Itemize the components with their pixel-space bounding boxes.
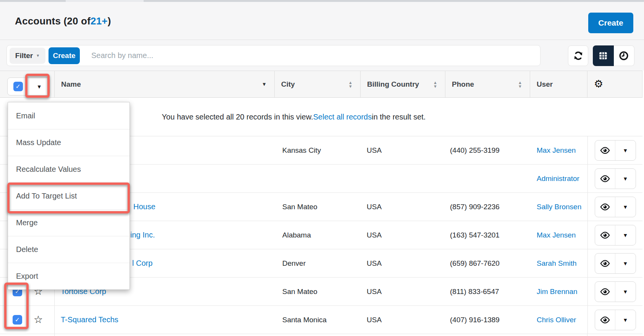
menu-item-merge[interactable]: Merge bbox=[8, 209, 129, 236]
filter-dropdown-button[interactable]: Filter ▼ bbox=[10, 48, 45, 64]
phone-cell: (857) 909-2236 bbox=[445, 193, 530, 221]
user-cell: Jim Brennan bbox=[530, 278, 587, 305]
row-dropdown-button[interactable]: ▼ bbox=[615, 141, 636, 160]
user-link[interactable]: Jim Brennan bbox=[537, 288, 578, 296]
row-dropdown-button[interactable]: ▼ bbox=[615, 282, 636, 302]
column-label-user: User bbox=[537, 80, 553, 89]
eye-icon bbox=[600, 173, 610, 184]
preview-button[interactable] bbox=[595, 310, 615, 330]
column-label-billing-country: Billing Country bbox=[367, 80, 419, 89]
account-name-link[interactable]: T-Squared Techs bbox=[61, 315, 118, 324]
menu-item-export[interactable]: Export bbox=[8, 263, 129, 289]
menu-item-delete[interactable]: Delete bbox=[8, 236, 129, 263]
row-select-cell: ✓ ☆ bbox=[0, 306, 55, 334]
account-name-link[interactable]: House bbox=[133, 202, 155, 211]
table-row: ✓ ☆ T-Squared Techs Santa Monica USA (40… bbox=[0, 306, 642, 334]
select-all-checkbox[interactable]: ✓ bbox=[8, 78, 29, 95]
column-header-city[interactable]: City ▲▼ bbox=[275, 71, 361, 97]
sort-arrows-icon[interactable]: ▲▼ bbox=[433, 81, 437, 88]
user-link[interactable]: Sally Bronsen bbox=[537, 203, 581, 211]
mass-actions-dropdown-button[interactable]: ▼ bbox=[29, 78, 50, 95]
sort-caret-icon[interactable]: ▼ bbox=[262, 81, 267, 87]
city-cell: San Mateo bbox=[275, 193, 361, 221]
title-suffix: ) bbox=[108, 15, 111, 27]
chevron-down-icon: ▼ bbox=[623, 176, 628, 182]
title-count-link[interactable]: 21+ bbox=[91, 15, 108, 27]
chevron-down-icon: ▼ bbox=[623, 317, 628, 323]
preview-button[interactable] bbox=[595, 254, 615, 273]
row-dropdown-button[interactable]: ▼ bbox=[615, 254, 636, 273]
phone-cell: (407) 916-1389 bbox=[445, 306, 530, 334]
phone-cell: (163) 547-3201 bbox=[445, 221, 530, 249]
billing-country-cell: USA bbox=[361, 193, 445, 221]
preview-button[interactable] bbox=[595, 282, 615, 302]
column-settings-cell: ⚙ bbox=[587, 71, 642, 97]
chevron-down-icon: ▼ bbox=[623, 232, 628, 238]
menu-item-recalculate-values[interactable]: Recalculate Values bbox=[8, 156, 129, 183]
timeline-view-toggle[interactable] bbox=[614, 45, 635, 66]
mass-actions-menu: Email Mass Update Recalculate Values Add… bbox=[8, 102, 130, 290]
column-label-name: Name bbox=[61, 80, 81, 89]
row-dropdown-button[interactable]: ▼ bbox=[615, 197, 636, 217]
list-view-toggle[interactable] bbox=[593, 45, 614, 66]
row-checkbox[interactable]: ✓ bbox=[13, 315, 22, 325]
refresh-button[interactable] bbox=[568, 45, 588, 66]
account-name-link[interactable]: l Corp bbox=[132, 259, 152, 268]
column-header-phone[interactable]: Phone ▲▼ bbox=[445, 71, 530, 97]
row-dropdown-button[interactable]: ▼ bbox=[615, 225, 636, 245]
menu-item-add-to-target-list[interactable]: Add To Target List bbox=[8, 183, 129, 209]
user-link[interactable]: Max Jensen bbox=[537, 146, 576, 155]
column-header-name[interactable]: Name ▼ bbox=[55, 71, 275, 97]
toolbar: Filter ▼ Create bbox=[0, 40, 644, 71]
user-link[interactable]: Chris Olliver bbox=[537, 316, 576, 324]
menu-item-mass-update[interactable]: Mass Update bbox=[8, 129, 129, 156]
eye-icon bbox=[600, 286, 610, 297]
billing-country-cell: USA bbox=[361, 136, 445, 164]
user-link[interactable]: Max Jensen bbox=[537, 231, 576, 239]
row-dropdown-button[interactable]: ▼ bbox=[615, 169, 636, 189]
phone-cell bbox=[445, 165, 530, 192]
row-actions-cell: ▼ bbox=[587, 249, 642, 277]
billing-country-cell: USA bbox=[361, 249, 445, 277]
user-link[interactable]: Sarah Smith bbox=[537, 259, 577, 268]
page-title: Accounts (20 of 21+) bbox=[15, 2, 111, 40]
column-header-billing-country[interactable]: Billing Country ▲▼ bbox=[361, 71, 445, 97]
account-name-link[interactable]: ing Inc. bbox=[130, 231, 155, 239]
row-actions-cell: ▼ bbox=[587, 136, 642, 164]
menu-item-email[interactable]: Email bbox=[8, 102, 129, 129]
select-all-records-link[interactable]: Select all records bbox=[313, 113, 372, 121]
user-cell: Sally Bronsen bbox=[530, 193, 587, 221]
create-filter-button[interactable]: Create bbox=[49, 47, 80, 64]
billing-country-cell bbox=[361, 165, 445, 192]
city-cell: Kansas City bbox=[275, 136, 361, 164]
create-record-button[interactable]: Create bbox=[588, 13, 633, 33]
title-prefix: Accounts (20 of bbox=[15, 15, 91, 27]
gear-icon[interactable]: ⚙ bbox=[594, 79, 603, 89]
accounts-list-view: Accounts (20 of 21+) Create Filter ▼ Cre… bbox=[0, 0, 644, 336]
user-cell: Administrator bbox=[530, 165, 587, 192]
city-cell: Denver bbox=[275, 249, 361, 277]
user-link[interactable]: Administrator bbox=[537, 174, 579, 183]
preview-button[interactable] bbox=[595, 197, 615, 217]
city-cell bbox=[275, 165, 361, 192]
preview-button[interactable] bbox=[595, 141, 615, 160]
star-icon[interactable]: ☆ bbox=[34, 315, 43, 325]
row-actions-cell: ▼ bbox=[587, 278, 642, 305]
search-input[interactable] bbox=[80, 45, 540, 66]
eye-icon bbox=[600, 202, 610, 212]
grid-view-icon bbox=[598, 51, 608, 61]
view-toggle-group bbox=[593, 45, 634, 66]
chevron-down-icon: ▼ bbox=[623, 260, 628, 267]
sort-arrows-icon[interactable]: ▲▼ bbox=[518, 81, 522, 88]
table-header-row: Name ▼ City ▲▼ Billing Country ▲▼ Phone … bbox=[0, 71, 642, 98]
row-dropdown-button[interactable]: ▼ bbox=[615, 310, 636, 330]
user-cell: Chris Olliver bbox=[530, 306, 587, 334]
column-header-user[interactable]: User bbox=[530, 71, 587, 97]
row-actions-cell: ▼ bbox=[587, 306, 642, 334]
chevron-down-icon: ▼ bbox=[37, 84, 42, 90]
preview-button[interactable] bbox=[595, 225, 615, 245]
eye-icon bbox=[600, 315, 610, 325]
city-cell: Santa Monica bbox=[275, 306, 361, 334]
preview-button[interactable] bbox=[595, 169, 615, 189]
sort-arrows-icon[interactable]: ▲▼ bbox=[348, 81, 353, 88]
